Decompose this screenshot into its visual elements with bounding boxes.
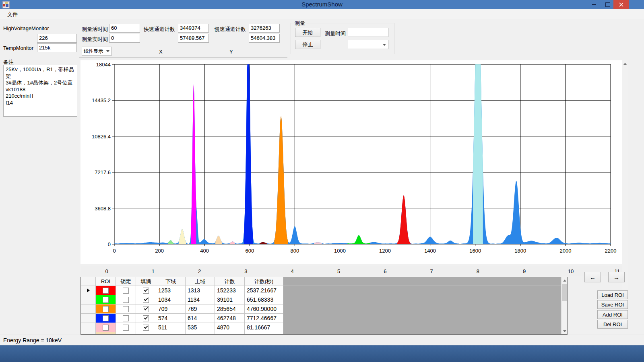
table-row[interactable]: 5746144627487712.46667 <box>81 314 561 323</box>
table-row[interactable]: 7097692856544760.90000 <box>81 304 561 314</box>
upper-bound-cell[interactable]: 1313 <box>186 286 215 295</box>
roi-checkbox[interactable] <box>103 315 109 321</box>
count-cell[interactable]: 4870 <box>215 323 245 332</box>
spectrum-chart[interactable]: 0200400600800100012001400160018002000220… <box>80 60 622 264</box>
row-header-cell[interactable] <box>81 323 96 332</box>
add-roi-button[interactable]: Add ROI <box>597 310 628 319</box>
count-per-sec-cell[interactable]: 2537.21667 <box>245 286 283 295</box>
slow-count-field[interactable]: 3276263 <box>249 24 280 33</box>
count-cell[interactable]: 285654 <box>215 304 245 314</box>
fill-checkbox[interactable] <box>143 288 149 294</box>
scrollbar-thumb[interactable] <box>562 284 567 301</box>
upper-bound-cell[interactable]: 1134 <box>186 295 215 304</box>
lock-checkbox[interactable] <box>123 306 129 312</box>
scroll-up-icon[interactable] <box>622 60 628 67</box>
minimize-button[interactable] <box>588 0 601 9</box>
roi-color-cell[interactable] <box>96 323 116 332</box>
count-per-sec-cell[interactable]: 81.16667 <box>245 323 283 332</box>
temp-monitor-value[interactable]: 215k <box>37 43 77 52</box>
fill-cell[interactable] <box>136 286 156 295</box>
lock-cell[interactable] <box>116 295 136 304</box>
column-header-2[interactable]: 锁定 <box>116 277 136 286</box>
roi-checkbox[interactable] <box>103 306 109 312</box>
menu-item-file[interactable]: 文件 <box>6 10 19 19</box>
row-header-cell[interactable] <box>81 286 96 295</box>
upper-bound-cell[interactable]: 769 <box>186 304 215 314</box>
roi-table[interactable]: ROI锁定填满下域上域计数计数(秒)125313131522332537.216… <box>80 277 568 335</box>
maximize-button[interactable] <box>601 0 614 9</box>
lock-checkbox[interactable] <box>123 325 129 331</box>
fill-checkbox[interactable] <box>143 325 149 331</box>
roi-checkbox[interactable] <box>103 325 109 331</box>
lower-bound-cell[interactable]: 511 <box>156 323 186 332</box>
roi-checkbox[interactable] <box>103 297 109 303</box>
close-button[interactable] <box>613 0 629 9</box>
roi-region[interactable] <box>260 242 267 245</box>
real-time-input[interactable]: 0 <box>109 34 140 43</box>
roi-region[interactable] <box>348 235 370 244</box>
roi-region[interactable] <box>215 236 222 244</box>
roi-region[interactable] <box>314 242 322 244</box>
del-roi-button[interactable]: Del ROI <box>597 320 628 329</box>
stop-button[interactable]: 停止 <box>295 40 320 49</box>
lock-cell[interactable] <box>116 304 136 314</box>
count-per-sec-cell[interactable]: 4760.90000 <box>245 304 283 314</box>
lower-bound-cell[interactable]: 1253 <box>156 286 186 295</box>
roi-region[interactable] <box>168 240 173 244</box>
roi-region[interactable] <box>179 229 186 245</box>
live-time-input[interactable]: 60 <box>109 24 140 33</box>
roi-color-cell[interactable] <box>96 286 116 295</box>
count-per-sec-cell[interactable]: 651.68333 <box>245 295 283 304</box>
fill-cell[interactable] <box>136 323 156 332</box>
roi-region[interactable] <box>473 64 483 244</box>
count-cell[interactable]: 152233 <box>215 286 245 295</box>
table-row[interactable]: 1034113439101651.68333 <box>81 295 561 304</box>
roi-region[interactable] <box>397 195 411 245</box>
count-cell[interactable]: 462748 <box>215 314 245 323</box>
row-header-cell[interactable] <box>81 295 96 304</box>
upper-bound-cell[interactable]: 535 <box>186 323 215 332</box>
window-scrollbar[interactable] <box>622 60 628 330</box>
count-cell[interactable]: 39101 <box>215 295 245 304</box>
column-header-7[interactable]: 计数(秒) <box>245 277 283 286</box>
roi-region[interactable] <box>229 241 235 244</box>
lock-checkbox[interactable] <box>123 288 129 294</box>
lower-bound-cell[interactable]: 574 <box>156 314 186 323</box>
hv-monitor-value[interactable]: 226 <box>37 34 77 43</box>
column-header-5[interactable]: 上域 <box>186 277 215 286</box>
scroll-down-icon[interactable] <box>561 328 568 334</box>
roi-color-cell[interactable] <box>96 304 116 314</box>
fill-checkbox[interactable] <box>143 297 149 303</box>
count-per-sec-cell[interactable]: 7712.46667 <box>245 314 283 323</box>
lock-checkbox[interactable] <box>123 297 129 303</box>
roi-color-cell[interactable] <box>96 314 116 323</box>
lower-bound-cell[interactable]: 709 <box>156 304 186 314</box>
upper-bound-cell[interactable]: 614 <box>186 314 215 323</box>
fill-cell[interactable] <box>136 304 156 314</box>
roi-prev-button[interactable]: ← <box>584 272 601 282</box>
roi-region[interactable] <box>274 116 288 244</box>
fill-cell[interactable] <box>136 314 156 323</box>
roi-region[interactable] <box>191 84 196 244</box>
start-button[interactable]: 开始 <box>295 28 320 37</box>
measure-time-input[interactable] <box>348 28 388 37</box>
column-header-1[interactable]: ROI <box>96 277 116 286</box>
roi-table-scrollbar[interactable] <box>561 277 568 334</box>
row-header-cell[interactable] <box>81 304 96 314</box>
fill-cell[interactable] <box>136 295 156 304</box>
column-header-3[interactable]: 填满 <box>136 277 156 286</box>
lock-cell[interactable] <box>116 314 136 323</box>
fast-count-field[interactable]: 3449374 <box>178 24 209 33</box>
column-header-4[interactable]: 下域 <box>156 277 186 286</box>
fill-checkbox[interactable] <box>143 306 149 312</box>
load-roi-button[interactable]: Load ROI <box>597 290 628 299</box>
slow-rate-field[interactable]: 54604.383 <box>249 34 280 43</box>
row-header-cell[interactable] <box>81 314 96 323</box>
display-mode-combo[interactable]: 线性显示 <box>82 47 112 56</box>
roi-next-button[interactable]: → <box>608 272 625 282</box>
save-roi-button[interactable]: Save ROI <box>597 300 628 309</box>
roi-checkbox[interactable] <box>103 288 109 294</box>
fast-rate-field[interactable]: 57489.567 <box>178 34 209 43</box>
fill-checkbox[interactable] <box>143 315 149 321</box>
table-row[interactable]: 511535487081.16667 <box>81 323 561 332</box>
